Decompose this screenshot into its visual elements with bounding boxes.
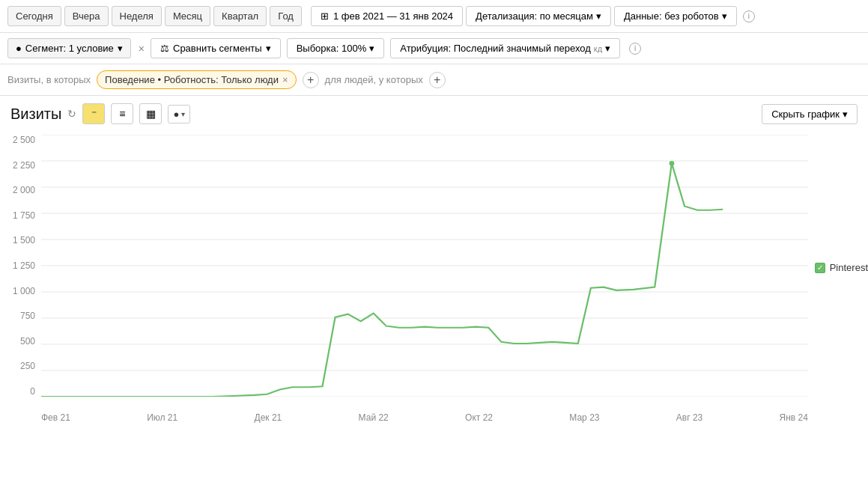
date-range-button[interactable]: ⊞ 1 фев 2021 — 31 янв 2024 — [311, 6, 463, 26]
x-axis: Фев 21 Июл 21 Дек 21 Май 22 Окт 22 Мар 2… — [41, 412, 808, 423]
y-axis: 2 500 2 250 2 000 1 750 1 500 1 250 1 00… — [0, 135, 41, 397]
x-label-aug23: Авг 23 — [676, 412, 702, 423]
hide-chart-chevron-icon: ▾ — [843, 109, 848, 120]
period-month[interactable]: Месяц — [165, 6, 210, 26]
add-filter-2-button[interactable]: + — [429, 72, 446, 88]
filter-tag[interactable]: Поведение • Роботность: Только люди × — [97, 70, 296, 89]
attribution-label: Атрибуция: Последний значимый переход — [400, 43, 591, 54]
dot-icon: ● — [173, 109, 179, 120]
visits-header: Визиты ↻ ⁻ ≡ ▦ ● ▾ Скрыть график ▾ — [0, 96, 868, 127]
period-year[interactable]: Год — [270, 6, 302, 26]
legend-checkbox[interactable]: ✓ — [815, 263, 825, 273]
y-label-500: 500 — [0, 336, 35, 347]
detail-label: Детализация: по месяцам — [476, 10, 593, 22]
y-label-0: 0 — [0, 386, 35, 397]
y-label-2000: 2 000 — [0, 185, 35, 195]
filter-suffix: для людей, у которых — [325, 74, 423, 85]
detail-chevron-icon: ▾ — [596, 10, 601, 22]
hide-chart-label: Скрыть график — [771, 109, 840, 120]
segment-chevron-icon: ▾ — [118, 43, 123, 54]
attribution-info-icon[interactable]: i — [629, 43, 641, 55]
x-label-dec21: Дек 21 — [255, 412, 282, 423]
visits-title-area: Визиты ↻ ⁻ ≡ ▦ ● ▾ — [10, 103, 190, 124]
y-label-1000: 1 000 — [0, 286, 35, 296]
refresh-icon[interactable]: ↻ — [67, 108, 76, 120]
y-label-2250: 2 250 — [0, 160, 35, 171]
sample-label: Выборка: 100% — [297, 43, 367, 54]
period-yesterday[interactable]: Вчера — [64, 6, 109, 26]
visits-title: Визиты — [10, 106, 61, 123]
chart-area: 2 500 2 250 2 000 1 750 1 500 1 250 1 00… — [0, 127, 868, 427]
chart-type-area-button[interactable]: ≡ — [111, 103, 133, 124]
filter-bar: Визиты, в которых Поведение • Роботность… — [0, 64, 868, 96]
data-chevron-icon: ▾ — [722, 10, 727, 22]
chart-legend: ✓ Pinterest — [815, 262, 868, 273]
y-label-1750: 1 750 — [0, 210, 35, 221]
x-label-jul21: Июл 21 — [147, 412, 177, 423]
filter-tag-label: Поведение • Роботность: Только люди — [105, 74, 279, 85]
segment-label: Сегмент: 1 условие — [25, 43, 114, 54]
detail-button[interactable]: Детализация: по месяцам ▾ — [466, 6, 611, 26]
filter-prefix: Визиты, в которых — [7, 74, 91, 85]
date-range-label: 1 фев 2021 — 31 янв 2024 — [333, 10, 453, 22]
date-range-grid-icon: ⊞ — [321, 10, 329, 22]
period-quarter[interactable]: Квартал — [213, 6, 267, 26]
attribution-chevron-icon: ▾ — [605, 43, 610, 54]
dot-menu-button[interactable]: ● ▾ — [168, 105, 190, 123]
x-label-mar23: Мар 23 — [569, 412, 599, 423]
y-label-2500: 2 500 — [0, 135, 35, 145]
compare-label: Сравнить сегменты — [173, 43, 262, 54]
bar-chart-icon: ▦ — [146, 108, 156, 120]
hide-chart-button[interactable]: Скрыть график ▾ — [762, 104, 858, 124]
attribution-short: кд — [594, 44, 602, 53]
top-bar: Сегодня Вчера Неделя Месяц Квартал Год ⊞… — [0, 0, 868, 33]
add-filter-button[interactable]: + — [303, 72, 319, 88]
x-label-feb21: Фев 21 — [41, 412, 70, 423]
line-chart-icon: ⁻ — [91, 108, 97, 120]
area-chart-icon: ≡ — [119, 108, 125, 120]
second-bar: ● Сегмент: 1 условие ▾ × ⚖ Сравнить сегм… — [0, 33, 868, 64]
compare-icon: ⚖ — [160, 43, 169, 54]
line-chart-svg — [41, 135, 808, 397]
filter-tag-close-button[interactable]: × — [282, 74, 288, 85]
period-today[interactable]: Сегодня — [7, 6, 61, 26]
chart-peak-dot — [670, 161, 675, 165]
y-label-750: 750 — [0, 311, 35, 321]
chart-line — [41, 163, 723, 397]
y-label-1250: 1 250 — [0, 260, 35, 271]
attribution-button[interactable]: Атрибуция: Последний значимый переход кд… — [390, 38, 620, 58]
period-week[interactable]: Неделя — [112, 6, 162, 26]
y-label-1500: 1 500 — [0, 235, 35, 245]
data-button[interactable]: Данные: без роботов ▾ — [614, 6, 737, 26]
compare-chevron-icon: ▾ — [266, 43, 271, 54]
segment-pie-icon: ● — [16, 43, 22, 54]
x-label-oct22: Окт 22 — [465, 412, 493, 423]
data-label: Данные: без роботов — [624, 10, 719, 22]
x-label-may22: Май 22 — [359, 412, 389, 423]
top-info-icon[interactable]: i — [743, 10, 755, 22]
segment-close-button[interactable]: × — [139, 43, 145, 55]
dot-chevron-icon: ▾ — [181, 110, 185, 118]
compare-button[interactable]: ⚖ Сравнить сегменты ▾ — [151, 38, 281, 58]
sample-button[interactable]: Выборка: 100% ▾ — [287, 38, 385, 58]
legend-label: Pinterest — [830, 262, 868, 273]
chart-type-line-button[interactable]: ⁻ — [82, 103, 105, 124]
x-label-jan24: Янв 24 — [780, 412, 808, 423]
chart-type-bar-button[interactable]: ▦ — [139, 103, 162, 124]
legend-check-icon: ✓ — [817, 263, 823, 272]
segment-button[interactable]: ● Сегмент: 1 условие ▾ — [7, 38, 131, 58]
y-label-250: 250 — [0, 361, 35, 371]
sample-chevron-icon: ▾ — [369, 43, 374, 54]
